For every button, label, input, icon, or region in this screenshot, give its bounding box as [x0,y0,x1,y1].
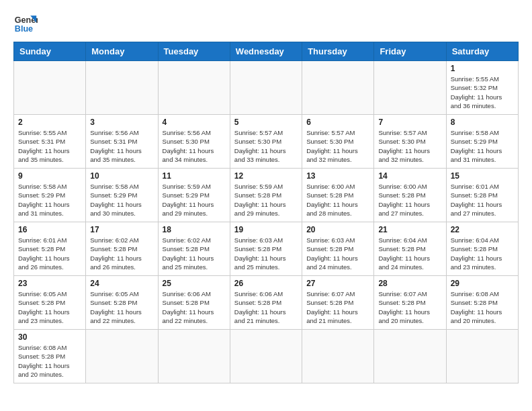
calendar-week-row: 9Sunrise: 5:58 AM Sunset: 5:29 PM Daylig… [14,169,519,222]
weekday-header: Monday [86,42,158,61]
day-number: 21 [378,225,441,234]
day-info: Sunrise: 5:58 AM Sunset: 5:29 PM Dayligh… [90,182,153,218]
day-info: Sunrise: 5:57 AM Sunset: 5:30 PM Dayligh… [378,128,441,164]
day-number: 12 [234,171,298,181]
calendar-cell: 16Sunrise: 6:01 AM Sunset: 5:28 PM Dayli… [14,222,86,276]
day-info: Sunrise: 6:08 AM Sunset: 5:28 PM Dayligh… [451,289,514,325]
day-number: 20 [306,225,369,234]
day-number: 2 [18,118,81,127]
calendar-cell: 4Sunrise: 5:56 AM Sunset: 5:30 PM Daylig… [158,115,230,169]
day-number: 6 [306,118,369,127]
day-number: 15 [451,171,514,181]
calendar-week-row: 30Sunrise: 6:08 AM Sunset: 5:28 PM Dayli… [14,330,519,383]
day-number: 7 [378,118,441,127]
day-number: 13 [306,171,369,181]
calendar-cell: 23Sunrise: 6:05 AM Sunset: 5:28 PM Dayli… [14,276,86,330]
calendar-week-row: 16Sunrise: 6:01 AM Sunset: 5:28 PM Dayli… [14,222,519,276]
day-number: 16 [18,225,81,234]
day-info: Sunrise: 6:04 AM Sunset: 5:28 PM Dayligh… [378,236,441,271]
day-number: 17 [90,225,153,234]
day-info: Sunrise: 6:03 AM Sunset: 5:28 PM Dayligh… [306,236,369,271]
calendar-cell [230,330,302,383]
day-info: Sunrise: 6:07 AM Sunset: 5:28 PM Dayligh… [378,289,441,325]
day-info: Sunrise: 5:58 AM Sunset: 5:29 PM Dayligh… [451,128,514,164]
calendar-cell [374,330,446,383]
calendar-cell: 11Sunrise: 5:59 AM Sunset: 5:29 PM Dayli… [158,169,230,222]
day-info: Sunrise: 6:01 AM Sunset: 5:28 PM Dayligh… [451,182,514,218]
calendar-cell: 30Sunrise: 6:08 AM Sunset: 5:28 PM Dayli… [14,330,86,383]
calendar-week-row: 1Sunrise: 5:55 AM Sunset: 5:32 PM Daylig… [14,61,519,115]
calendar-cell: 15Sunrise: 6:01 AM Sunset: 5:28 PM Dayli… [446,169,518,222]
day-info: Sunrise: 6:08 AM Sunset: 5:28 PM Dayligh… [18,343,81,379]
calendar-cell: 8Sunrise: 5:58 AM Sunset: 5:29 PM Daylig… [446,115,518,169]
day-info: Sunrise: 6:06 AM Sunset: 5:28 PM Dayligh… [163,289,226,325]
calendar-cell [86,330,158,383]
day-info: Sunrise: 5:55 AM Sunset: 5:32 PM Dayligh… [451,75,514,110]
calendar-cell: 12Sunrise: 5:59 AM Sunset: 5:28 PM Dayli… [230,169,302,222]
day-number: 5 [234,118,298,127]
header: General Blue [13,11,519,35]
weekday-header: Sunday [14,42,86,61]
day-number: 1 [451,64,514,73]
day-info: Sunrise: 6:05 AM Sunset: 5:28 PM Dayligh… [18,289,81,325]
day-info: Sunrise: 5:59 AM Sunset: 5:28 PM Dayligh… [234,182,298,218]
day-info: Sunrise: 6:02 AM Sunset: 5:28 PM Dayligh… [163,236,226,271]
calendar: SundayMondayTuesdayWednesdayThursdayFrid… [13,42,519,383]
calendar-cell: 20Sunrise: 6:03 AM Sunset: 5:28 PM Dayli… [302,222,374,276]
day-number: 22 [451,225,514,234]
calendar-cell [374,61,446,115]
calendar-cell: 21Sunrise: 6:04 AM Sunset: 5:28 PM Dayli… [374,222,446,276]
calendar-cell: 1Sunrise: 5:55 AM Sunset: 5:32 PM Daylig… [446,61,518,115]
day-number: 23 [18,279,81,288]
calendar-cell: 7Sunrise: 5:57 AM Sunset: 5:30 PM Daylig… [374,115,446,169]
day-info: Sunrise: 5:57 AM Sunset: 5:30 PM Dayligh… [234,128,298,164]
calendar-cell: 22Sunrise: 6:04 AM Sunset: 5:28 PM Dayli… [446,222,518,276]
day-info: Sunrise: 6:05 AM Sunset: 5:28 PM Dayligh… [90,289,153,325]
calendar-cell: 5Sunrise: 5:57 AM Sunset: 5:30 PM Daylig… [230,115,302,169]
day-info: Sunrise: 5:56 AM Sunset: 5:31 PM Dayligh… [90,128,153,164]
day-info: Sunrise: 5:57 AM Sunset: 5:30 PM Dayligh… [306,128,369,164]
calendar-cell: 25Sunrise: 6:06 AM Sunset: 5:28 PM Dayli… [158,276,230,330]
day-number: 29 [451,279,514,288]
calendar-week-row: 23Sunrise: 6:05 AM Sunset: 5:28 PM Dayli… [14,276,519,330]
weekday-header: Tuesday [158,42,230,61]
day-number: 10 [90,171,153,181]
weekday-header: Thursday [302,42,374,61]
day-info: Sunrise: 5:56 AM Sunset: 5:30 PM Dayligh… [163,128,226,164]
day-number: 25 [163,279,226,288]
weekday-header: Friday [374,42,446,61]
calendar-cell: 29Sunrise: 6:08 AM Sunset: 5:28 PM Dayli… [446,276,518,330]
day-number: 19 [234,225,298,234]
day-number: 14 [378,171,441,181]
day-info: Sunrise: 6:02 AM Sunset: 5:28 PM Dayligh… [90,236,153,271]
calendar-cell: 6Sunrise: 5:57 AM Sunset: 5:30 PM Daylig… [302,115,374,169]
calendar-header: SundayMondayTuesdayWednesdayThursdayFrid… [14,42,519,61]
day-number: 8 [451,118,514,127]
weekday-header: Wednesday [230,42,302,61]
day-number: 24 [90,279,153,288]
calendar-cell [446,330,518,383]
calendar-cell: 19Sunrise: 6:03 AM Sunset: 5:28 PM Dayli… [230,222,302,276]
day-info: Sunrise: 5:59 AM Sunset: 5:29 PM Dayligh… [163,182,226,218]
day-number: 4 [163,118,226,127]
weekday-header: Saturday [446,42,518,61]
calendar-cell: 26Sunrise: 6:06 AM Sunset: 5:28 PM Dayli… [230,276,302,330]
day-number: 26 [234,279,298,288]
day-info: Sunrise: 5:55 AM Sunset: 5:31 PM Dayligh… [18,128,81,164]
calendar-cell: 14Sunrise: 6:00 AM Sunset: 5:28 PM Dayli… [374,169,446,222]
calendar-cell: 13Sunrise: 6:00 AM Sunset: 5:28 PM Dayli… [302,169,374,222]
day-info: Sunrise: 5:58 AM Sunset: 5:29 PM Dayligh… [18,182,81,218]
calendar-cell [230,61,302,115]
day-info: Sunrise: 6:06 AM Sunset: 5:28 PM Dayligh… [234,289,298,325]
day-info: Sunrise: 6:07 AM Sunset: 5:28 PM Dayligh… [306,289,369,325]
day-number: 28 [378,279,441,288]
calendar-cell: 9Sunrise: 5:58 AM Sunset: 5:29 PM Daylig… [14,169,86,222]
day-number: 3 [90,118,153,127]
day-number: 30 [18,332,81,342]
weekday-row: SundayMondayTuesdayWednesdayThursdayFrid… [14,42,519,61]
calendar-cell: 28Sunrise: 6:07 AM Sunset: 5:28 PM Dayli… [374,276,446,330]
calendar-cell: 27Sunrise: 6:07 AM Sunset: 5:28 PM Dayli… [302,276,374,330]
calendar-cell: 10Sunrise: 5:58 AM Sunset: 5:29 PM Dayli… [86,169,158,222]
calendar-cell: 18Sunrise: 6:02 AM Sunset: 5:28 PM Dayli… [158,222,230,276]
day-info: Sunrise: 6:00 AM Sunset: 5:28 PM Dayligh… [378,182,441,218]
